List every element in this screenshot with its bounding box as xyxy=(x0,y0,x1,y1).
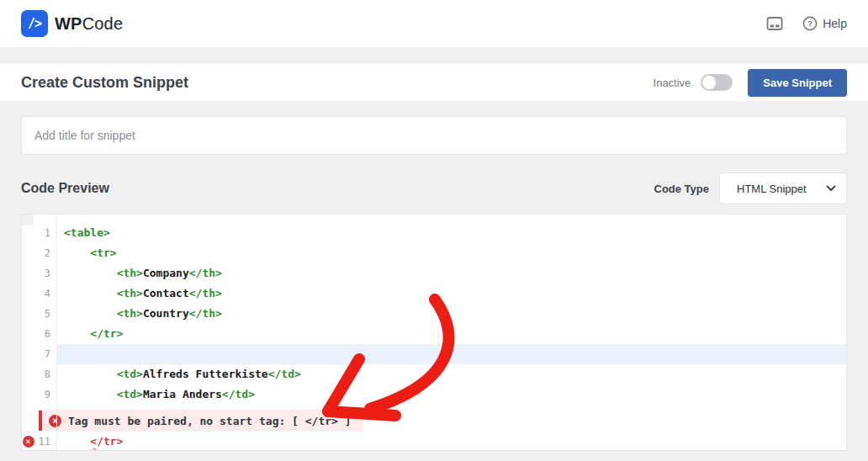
code-preview-heading: Code Preview xyxy=(21,181,109,196)
code-rows: 1<table>2 <tr>3 <th>Company</th>4 <th>Co… xyxy=(22,223,846,451)
line-number: 1 xyxy=(34,227,57,239)
code-line: 9 <td>Maria Anders</td> xyxy=(22,384,846,405)
code-token: <td> xyxy=(117,388,143,400)
wpcode-logo-link[interactable]: /> WPCode xyxy=(21,10,123,37)
code-text: <th>Country</th> xyxy=(57,304,846,324)
save-snippet-button[interactable]: Save Snippet xyxy=(748,69,847,97)
code-line: 5 <th>Country</th> xyxy=(22,304,846,324)
code-line: 3 <th>Company</th> xyxy=(22,263,846,283)
code-text: <table> xyxy=(57,223,846,243)
error-marker-icon: × xyxy=(23,436,34,448)
code-token xyxy=(64,267,117,279)
line-number: 3 xyxy=(34,268,57,279)
code-token: </tr> xyxy=(90,327,123,340)
code-token: </th> xyxy=(189,267,222,279)
active-toggle[interactable] xyxy=(701,74,733,91)
svg-text:?: ? xyxy=(807,19,812,28)
snippet-toolbar: Create Custom Snippet Inactive Save Snip… xyxy=(0,64,868,101)
code-token: Maria Anders xyxy=(143,388,222,400)
code-token xyxy=(64,327,90,340)
brand-name-light: Code xyxy=(82,14,124,33)
wpcode-logo-icon: /> xyxy=(21,10,48,37)
code-type-select[interactable]: HTML Snippet xyxy=(719,172,847,204)
help-label: Help xyxy=(823,17,847,30)
code-text: <th>Contact</th> xyxy=(57,283,846,304)
code-token: </th> xyxy=(189,307,222,320)
window-icon[interactable] xyxy=(765,15,784,32)
code-text: <td>Alfreds Futterkiste</td> xyxy=(57,364,846,384)
line-number: 6 xyxy=(34,328,57,340)
code-line: 6 </tr> xyxy=(22,324,846,344)
code-line: 2 <tr> xyxy=(22,243,846,263)
code-token: <td> xyxy=(117,368,143,380)
code-token xyxy=(64,246,90,259)
code-text: </tr> xyxy=(57,432,846,451)
code-preview-header: Code Preview Code Type HTML Snippet xyxy=(21,172,847,205)
lint-error-row: ×Tag must be paired, no start tag: [ </t… xyxy=(22,410,846,432)
snippet-title-input[interactable] xyxy=(21,116,847,155)
error-token-rest: /tr> xyxy=(97,435,123,448)
code-line: 4 <th>Contact</th> xyxy=(22,283,846,304)
code-token: Company xyxy=(143,267,189,279)
lint-error-message: Tag must be paired, no start tag: [ </tr… xyxy=(68,415,352,427)
status-label: Inactive xyxy=(654,77,691,89)
code-token: </td> xyxy=(268,368,301,380)
code-token: <tr> xyxy=(90,246,116,259)
chevron-down-icon xyxy=(826,185,836,192)
line-marker: × xyxy=(22,436,34,448)
code-token: <th> xyxy=(117,267,143,279)
code-token xyxy=(64,368,117,380)
code-line: 1<table> xyxy=(22,223,846,243)
code-line: 7 xyxy=(22,344,846,364)
help-icon: ? xyxy=(802,16,818,31)
line-number: 9 xyxy=(34,389,57,400)
lint-error-box: ×Tag must be paired, no start tag: [ </t… xyxy=(42,410,363,432)
code-line: ×11 </tr> xyxy=(22,432,846,451)
line-number: 4 xyxy=(34,288,57,299)
code-token xyxy=(64,307,117,320)
code-token: </td> xyxy=(222,388,255,400)
code-token: Contact xyxy=(143,287,189,299)
code-text: </tr> xyxy=(57,324,846,344)
code-token xyxy=(64,287,117,299)
brand-name: WPCode xyxy=(55,14,123,34)
code-token: <th> xyxy=(117,307,143,320)
help-button[interactable]: ? Help xyxy=(802,16,847,31)
line-number: 11 xyxy=(34,436,57,448)
code-text: <td>Maria Anders</td> xyxy=(57,384,846,405)
line-number: 7 xyxy=(34,348,57,360)
code-token: <th> xyxy=(117,287,143,299)
brand-name-bold: WP xyxy=(55,14,82,33)
code-type-label: Code Type xyxy=(654,183,710,195)
code-text: <tr> xyxy=(57,243,846,263)
code-type-value: HTML Snippet xyxy=(737,183,807,195)
line-number: 5 xyxy=(34,308,57,320)
toolbar-actions: Inactive Save Snippet xyxy=(654,69,847,97)
code-token: Country xyxy=(143,307,189,320)
code-token: </th> xyxy=(189,287,222,299)
code-editor[interactable]: 1<table>2 <tr>3 <th>Company</th>4 <th>Co… xyxy=(21,214,847,451)
code-text xyxy=(57,344,846,364)
app-header: /> WPCode ? Help xyxy=(0,0,868,47)
line-number: 2 xyxy=(34,247,57,259)
toggle-knob xyxy=(702,76,716,89)
error-squiggle: < xyxy=(90,435,97,448)
code-token xyxy=(64,388,117,400)
header-actions: ? Help xyxy=(765,15,847,32)
code-line: 8 <td>Alfreds Futterkiste</td> xyxy=(22,364,846,384)
error-token: </tr> xyxy=(90,435,123,448)
line-number: 8 xyxy=(34,368,57,380)
page-title: Create Custom Snippet xyxy=(21,74,188,92)
code-token: <table> xyxy=(64,226,110,239)
code-type-control: Code Type HTML Snippet xyxy=(654,172,848,204)
error-icon: × xyxy=(49,415,61,427)
code-text: <th>Company</th> xyxy=(57,263,846,283)
snippet-form: Code Preview Code Type HTML Snippet 1<ta… xyxy=(0,101,868,451)
code-token: Alfreds Futterkiste xyxy=(143,368,268,380)
